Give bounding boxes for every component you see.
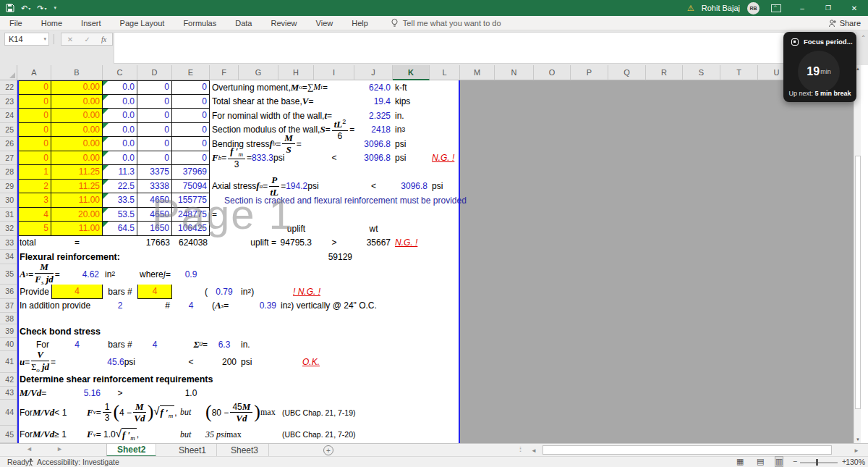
ribbon-tab-page-layout[interactable]: Page Layout	[111, 16, 174, 30]
page-break-line-right[interactable]	[459, 80, 460, 443]
restore-button[interactable]: ❐	[819, 1, 838, 15]
undo-dropdown-icon[interactable]: ▾	[28, 6, 30, 11]
cell-C24[interactable]: 0.0	[103, 109, 137, 123]
column-header-Q[interactable]: Q	[608, 65, 646, 80]
cell-K33[interactable]: N.G. !	[393, 236, 430, 251]
cell-free45[interactable]: Fv = 1.0√f ′m,	[85, 426, 171, 443]
ribbon-tab-home[interactable]: Home	[32, 16, 72, 30]
row-header-32[interactable]: 32	[0, 222, 17, 236]
horizontal-scrollbar[interactable]: ◄ ►	[527, 445, 861, 455]
enter-icon[interactable]: ✓	[84, 35, 90, 43]
zoom-out-icon[interactable]: −	[793, 457, 797, 466]
ribbon-tab-file[interactable]: File	[0, 16, 32, 30]
name-box-dropdown-icon[interactable]: ▾	[43, 36, 48, 42]
cell-K24[interactable]: in.	[393, 109, 430, 123]
page-break-preview-icon[interactable]: ▥	[775, 457, 783, 466]
row-header-29[interactable]: 29	[0, 180, 17, 194]
save-icon[interactable]	[6, 4, 14, 12]
ribbon-tab-data[interactable]: Data	[226, 16, 261, 30]
tab-splitter[interactable]: ⁞⁞	[519, 446, 520, 453]
cell-C37[interactable]: 2	[103, 299, 137, 314]
cell-B31[interactable]: 20.00	[51, 208, 103, 222]
scroll-down-icon[interactable]: ▼	[854, 437, 861, 442]
column-header-J[interactable]: J	[354, 65, 393, 80]
cell-F41[interactable]: 200	[210, 351, 239, 373]
page-layout-view-icon[interactable]: ▤	[757, 457, 764, 466]
column-header-H[interactable]: H	[278, 65, 314, 80]
cell-B33[interactable]: =	[51, 236, 103, 251]
cell-C28[interactable]: 11.3	[103, 165, 137, 180]
cell-A27[interactable]: 0	[17, 151, 51, 166]
cell-B28[interactable]: 11.25	[51, 165, 103, 180]
scroll-left-icon[interactable]: ◄	[531, 447, 537, 454]
cell-free43[interactable]: 5.16	[72, 387, 103, 400]
cell-A22[interactable]: 0	[17, 80, 51, 95]
cell-C43[interactable]: >	[103, 387, 137, 400]
column-header-M[interactable]: M	[460, 65, 495, 80]
cell-F27[interactable]: Fb = f ′m3 = 833.3 psi	[210, 151, 314, 166]
cell-K27[interactable]: psi	[393, 151, 430, 166]
row-header-30[interactable]: 30	[0, 193, 17, 208]
column-header-A[interactable]: A	[17, 65, 51, 80]
row-header-24[interactable]: 24	[0, 109, 17, 123]
row-header-34[interactable]: 34	[0, 250, 17, 264]
sheet-nav-right-icon[interactable]: ►	[56, 445, 63, 453]
cell-J23[interactable]: 19.4	[354, 95, 393, 109]
cell-free45[interactable]: but	[178, 426, 203, 443]
sheet-nav-left-icon[interactable]: ◄	[26, 445, 33, 453]
row-header-40[interactable]: 40	[0, 338, 17, 351]
column-header-O[interactable]: O	[534, 65, 571, 80]
cell-K22[interactable]: k-ft	[393, 80, 430, 95]
row-header-42[interactable]: 42	[0, 373, 17, 387]
column-header-T[interactable]: T	[720, 65, 758, 80]
cell-D27[interactable]: 0	[137, 151, 172, 166]
row-header-31[interactable]: 31	[0, 208, 17, 222]
horizontal-scroll-thumb[interactable]	[542, 445, 832, 455]
cell-A26[interactable]: 0	[17, 137, 51, 151]
cell-H37[interactable]: in2) vertically @ 24" O.C.	[278, 299, 430, 314]
row-header-22[interactable]: 22	[0, 80, 17, 95]
cell-A37[interactable]: In addition provide	[17, 299, 103, 314]
cell-E35[interactable]: 0.9	[172, 264, 210, 285]
cell-D35[interactable]: where j =	[137, 264, 172, 285]
column-header-N[interactable]: N	[495, 65, 534, 80]
cell-A33[interactable]: total	[17, 236, 51, 251]
user-name[interactable]: Rohit Bajaj	[702, 4, 740, 12]
cell-J24[interactable]: 2.325	[354, 109, 393, 123]
cell-G37[interactable]: 0.39	[239, 299, 278, 314]
ribbon-display-options-icon[interactable]	[767, 1, 786, 15]
cell-G41[interactable]: psi	[239, 351, 278, 373]
cell-F36[interactable]: 0.79	[210, 285, 239, 299]
focus-period-panel[interactable]: Focus period... 19min Up next: 5 min bre…	[783, 32, 856, 102]
minimize-button[interactable]: –	[793, 1, 812, 15]
cell-I33[interactable]: >	[314, 236, 354, 251]
cell-A24[interactable]: 0	[17, 109, 51, 123]
row-header-27[interactable]: 27	[0, 151, 17, 166]
row-header-43[interactable]: 43	[0, 387, 17, 400]
cell-C36[interactable]: bars #	[103, 285, 137, 299]
cell-free44[interactable]: (UBC Chap. 21, 7-19)	[280, 400, 359, 426]
column-header-G[interactable]: G	[239, 65, 278, 80]
ribbon-tab-insert[interactable]: Insert	[72, 16, 111, 30]
row-header-33[interactable]: 33	[0, 236, 17, 251]
cell-C31[interactable]: 53.5	[103, 208, 137, 222]
cell-E26[interactable]: 0	[172, 137, 210, 151]
cell-J32[interactable]: wt	[354, 222, 393, 236]
cell-A25[interactable]: 0	[17, 123, 51, 138]
cell-F40[interactable]: 6.3	[210, 338, 239, 351]
column-header-B[interactable]: B	[51, 65, 103, 80]
cell-C26[interactable]: 0.0	[103, 137, 137, 151]
share-button[interactable]: Share	[828, 16, 861, 30]
column-header-R[interactable]: R	[646, 65, 683, 80]
cell-B27[interactable]: 0.00	[51, 151, 103, 166]
cell-E25[interactable]: 0	[172, 123, 210, 138]
select-all-corner[interactable]	[0, 65, 17, 80]
cell-B22[interactable]: 0.00	[51, 80, 103, 95]
cell-B36[interactable]: 4	[51, 285, 103, 299]
cell-C29[interactable]: 22.5	[103, 180, 137, 194]
close-button[interactable]: ✕	[845, 1, 864, 15]
scroll-right-icon[interactable]: ►	[854, 447, 859, 454]
cell-E27[interactable]: 0	[172, 151, 210, 166]
cell-E37[interactable]: 4	[172, 299, 210, 314]
cell-C32[interactable]: 64.5	[103, 222, 137, 236]
